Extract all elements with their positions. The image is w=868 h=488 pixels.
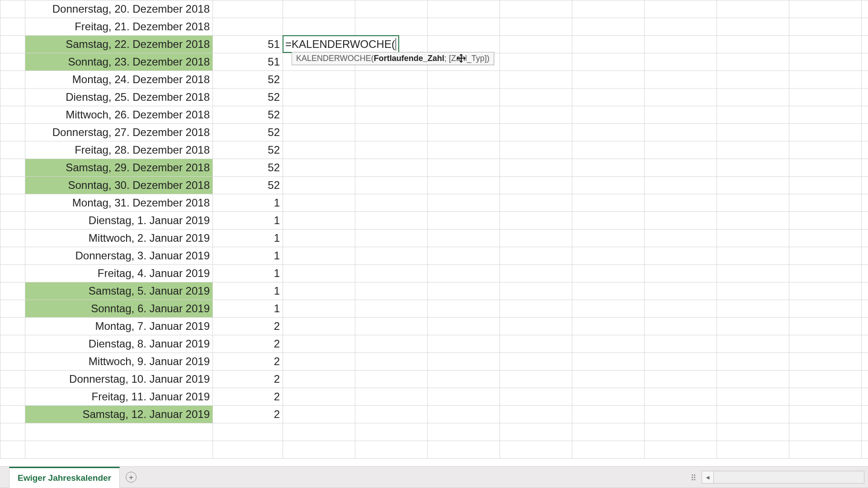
cell-date[interactable]: Mittwoch, 26. Dezember 2018 [25,106,213,124]
cell[interactable] [645,177,717,194]
cell[interactable] [283,0,355,18]
cell[interactable] [862,335,868,353]
cell[interactable] [283,106,355,124]
scroll-track[interactable] [714,471,864,483]
cell-date[interactable]: Montag, 31. Dezember 2018 [25,194,213,212]
cell[interactable] [283,441,355,459]
cell[interactable] [500,265,572,282]
cell[interactable] [355,282,428,300]
cell[interactable] [645,230,717,247]
cell[interactable] [862,318,868,335]
cell[interactable] [862,282,868,300]
cell[interactable] [789,71,862,89]
cell[interactable] [717,388,789,406]
sheet-tab-active[interactable]: Ewiger Jahreskalender [9,467,120,488]
cell[interactable] [572,335,645,353]
cell[interactable] [862,230,868,247]
cell-week[interactable]: 52 [213,124,283,141]
cell[interactable] [717,423,789,441]
cell[interactable] [645,247,717,265]
cell[interactable] [500,177,572,194]
cell[interactable] [500,371,572,388]
cell[interactable] [500,124,572,141]
cell-week[interactable]: 1 [213,265,283,282]
cell[interactable] [355,423,428,441]
cell-week[interactable]: 1 [213,230,283,247]
cell[interactable] [283,177,355,194]
cell[interactable] [645,300,717,318]
cell[interactable] [500,212,572,230]
cell[interactable] [572,18,645,36]
cell[interactable] [717,194,789,212]
cell[interactable] [572,124,645,141]
cell[interactable] [862,141,868,159]
cell[interactable] [862,106,868,124]
cell[interactable] [789,177,862,194]
cell[interactable] [862,124,868,141]
cell[interactable] [645,89,717,106]
cell-date[interactable]: Dienstag, 1. Januar 2019 [25,212,213,230]
cell[interactable] [862,71,868,89]
cell-date[interactable]: Montag, 7. Januar 2019 [25,318,213,335]
cell-week[interactable]: 51 [213,53,283,71]
cell[interactable] [283,300,355,318]
cell[interactable] [789,18,862,36]
spreadsheet-grid[interactable]: Donnerstag, 20. Dezember 2018Freitag, 21… [0,0,868,466]
cell[interactable] [717,106,789,124]
cell[interactable] [283,124,355,141]
cell[interactable] [428,423,500,441]
cell-date[interactable]: Mittwoch, 2. Januar 2019 [25,230,213,247]
cell[interactable] [500,159,572,177]
cell[interactable] [500,300,572,318]
cell[interactable] [283,230,355,247]
cell[interactable] [355,177,428,194]
cell[interactable] [645,282,717,300]
cell[interactable] [862,36,868,53]
cell[interactable] [283,353,355,371]
cell[interactable] [283,282,355,300]
cell[interactable] [428,318,500,335]
cell[interactable] [645,371,717,388]
cell[interactable] [789,106,862,124]
cell-week[interactable]: 1 [213,212,283,230]
cell[interactable] [500,247,572,265]
cell[interactable] [645,318,717,335]
cell[interactable] [645,441,717,459]
cell[interactable] [355,212,428,230]
cell[interactable] [572,247,645,265]
cell[interactable] [500,406,572,423]
cell[interactable] [717,406,789,423]
cell[interactable] [428,282,500,300]
cell[interactable] [428,141,500,159]
cell-date[interactable]: Samstag, 5. Januar 2019 [25,282,213,300]
cell[interactable] [717,265,789,282]
cell[interactable] [645,0,717,18]
cell[interactable] [428,371,500,388]
cell[interactable] [645,36,717,53]
cell[interactable] [645,212,717,230]
cell[interactable] [717,282,789,300]
cell-week[interactable] [213,0,283,18]
cell-date[interactable]: Donnerstag, 20. Dezember 2018 [25,0,213,18]
cell[interactable] [355,0,428,18]
cell[interactable] [645,194,717,212]
cell[interactable] [645,423,717,441]
cell-date[interactable]: Dienstag, 8. Januar 2019 [25,335,213,353]
cell[interactable] [500,388,572,406]
cell[interactable] [500,282,572,300]
cell[interactable] [355,71,428,89]
cell[interactable] [428,441,500,459]
cell[interactable] [283,318,355,335]
cell[interactable] [283,141,355,159]
cell[interactable] [355,300,428,318]
cell-week[interactable]: 2 [213,318,283,335]
cell-date[interactable]: Freitag, 28. Dezember 2018 [25,141,213,159]
cell[interactable] [428,159,500,177]
cell[interactable] [862,18,868,36]
cell[interactable] [428,177,500,194]
cell[interactable] [355,124,428,141]
add-sheet-button[interactable]: + [120,467,142,488]
cell[interactable] [862,194,868,212]
cell-week[interactable]: 52 [213,89,283,106]
cell[interactable] [572,423,645,441]
